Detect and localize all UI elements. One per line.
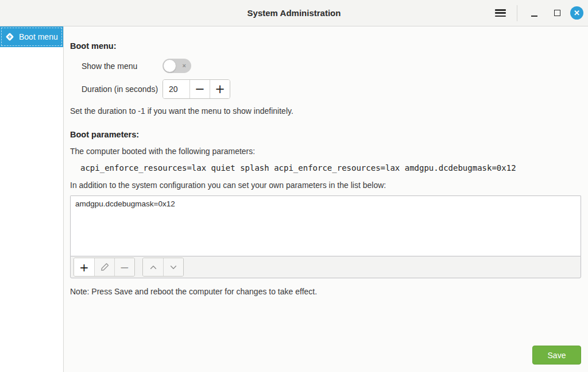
sidebar: Boot menu (0, 26, 64, 372)
move-down-button[interactable] (163, 258, 183, 276)
sidebar-item-boot-menu[interactable]: Boot menu (0, 26, 63, 47)
custom-parameters-label: In addition to the system configuration … (70, 181, 581, 190)
minimize-icon (531, 16, 537, 17)
list-item[interactable]: amdgpu.dcdebugmask=0x12 (75, 200, 576, 208)
custom-parameters-list[interactable]: amdgpu.dcdebugmask=0x12 (70, 195, 581, 256)
boot-parameters-heading: Boot parameters: (70, 130, 581, 139)
list-toolbar: + − (70, 256, 581, 278)
duration-decrement-button[interactable]: − (189, 80, 210, 98)
add-parameter-button[interactable]: + (74, 258, 94, 276)
toggle-knob (163, 59, 176, 72)
app-window: System Administration ✕ (0, 0, 588, 372)
duration-row: Duration (in seconds) − + (70, 79, 581, 99)
boot-diamond-icon (5, 32, 15, 42)
save-row: Save (70, 346, 581, 365)
move-button-group (142, 258, 184, 277)
edit-button-group: + − (74, 258, 135, 277)
booted-with-label: The computer booted with the following p… (70, 147, 581, 156)
close-icon: ✕ (574, 9, 580, 17)
move-up-button[interactable] (143, 258, 163, 276)
chevron-up-icon (149, 263, 157, 271)
chevron-down-icon (169, 263, 177, 271)
show-menu-label: Show the menu (82, 62, 163, 71)
hamburger-icon (495, 9, 506, 17)
pencil-icon (100, 263, 109, 271)
save-button[interactable]: Save (532, 346, 581, 365)
minimize-button[interactable] (524, 3, 544, 23)
toggle-off-icon: × (183, 63, 186, 69)
note-text: Note: Press Save and reboot the computer… (70, 287, 581, 296)
duration-spinbox: − + (163, 79, 230, 99)
show-menu-row: Show the menu × (70, 59, 581, 73)
sidebar-item-label: Boot menu (19, 32, 58, 41)
remove-parameter-button[interactable]: − (114, 258, 134, 276)
maximize-button[interactable] (547, 3, 567, 23)
maximize-icon (554, 10, 560, 16)
app-menu-button[interactable] (490, 3, 510, 23)
edit-parameter-button[interactable] (94, 258, 114, 276)
close-button[interactable]: ✕ (570, 6, 583, 20)
duration-input[interactable] (163, 80, 189, 98)
show-menu-toggle[interactable]: × (163, 59, 191, 73)
main-content: Boot menu: Show the menu × Duration (in … (64, 26, 588, 372)
duration-label: Duration (in seconds) (82, 85, 163, 94)
titlebar-separator (517, 5, 517, 21)
boot-menu-heading: Boot menu: (70, 41, 581, 51)
titlebar-controls: ✕ (490, 3, 588, 23)
titlebar: System Administration ✕ (0, 0, 588, 26)
duration-hint: Set the duration to -1 if you want the m… (70, 106, 581, 116)
duration-increment-button[interactable]: + (210, 80, 230, 98)
booted-parameters-value: acpi_enforce_resources=lax quiet splash … (80, 163, 581, 172)
